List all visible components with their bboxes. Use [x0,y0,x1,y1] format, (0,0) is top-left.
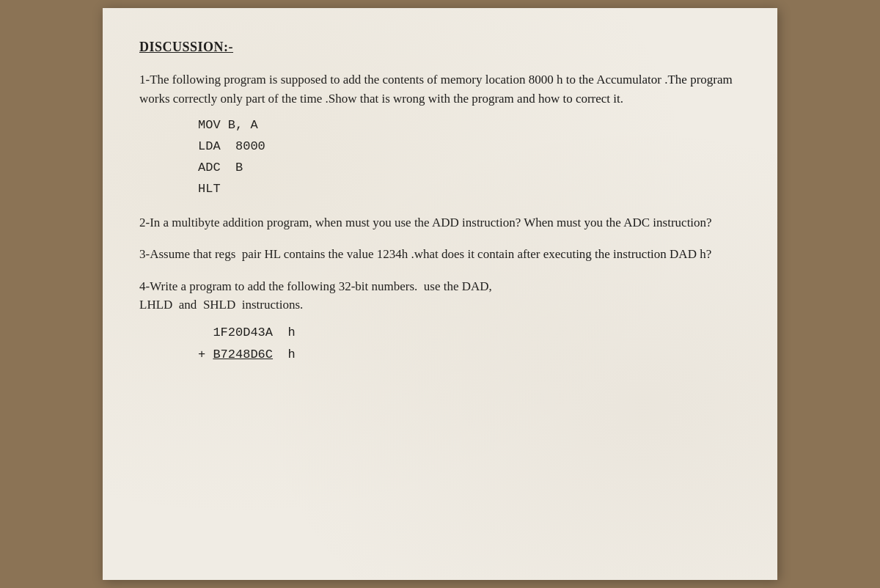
question-2-text: 2-In a multibyte addition program, when … [139,213,741,232]
code-line-1: MOV B, A [198,115,741,136]
page-title: DISCUSSION:- [139,37,741,57]
question-4-block: 4-Write a program to add the following 3… [139,277,741,367]
code-line-4: HLT [198,179,741,200]
code-line-3: ADC B [198,158,741,179]
code-line-2: LDA 8000 [198,136,741,158]
question-3-text: 3-Assume that regs pair HL contains the … [139,245,741,264]
code-block-1: MOV B, A LDA 8000 ADC B HLT [198,115,741,200]
question-4-content-2: LHLD and SHLD instructions. [139,298,303,312]
question-2-content: 2-In a multibyte addition program, when … [139,216,712,229]
question-3-block: 3-Assume that regs pair HL contains the … [139,245,741,264]
question-3-content: 3-Assume that regs pair HL contains the … [139,247,711,261]
and-word: and [179,298,197,312]
math-underline: B7248D6C [213,348,273,361]
math-line-2: + B7248D6C h [198,344,741,367]
question-1-text: 1-The following program is supposed to a… [139,70,741,108]
math-line-1: 1F20D43A h [198,322,741,345]
question-4-text: 4-Write a program to add the following 3… [139,277,741,315]
math-block-1: 1F20D43A h + B7248D6C h [198,322,741,367]
question-1-content: 1-The following program is supposed to a… [139,73,733,106]
document-page: DISCUSSION:- 1-The following program is … [103,8,777,580]
question-4-content: 4-Write a program to add the following 3… [139,279,492,293]
question-2-block: 2-In a multibyte addition program, when … [139,213,741,232]
question-1-block: 1-The following program is supposed to a… [139,70,741,200]
